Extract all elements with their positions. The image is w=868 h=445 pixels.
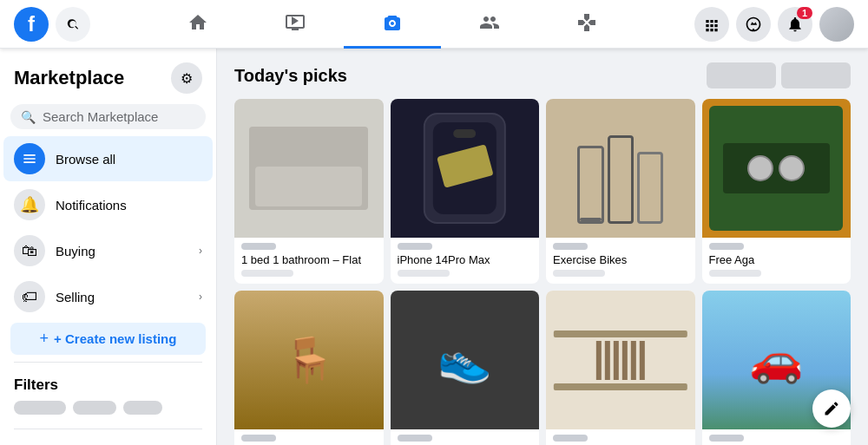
create-listing-button[interactable]: + + Create new listing xyxy=(10,323,206,355)
product-info-chair: Wicker Chair xyxy=(234,429,384,445)
notifications-label: Notifications xyxy=(56,198,202,213)
settings-button[interactable]: ⚙ xyxy=(171,62,202,94)
product-name-aga: Free Aga xyxy=(709,253,845,266)
product-info-aga: Free Aga xyxy=(702,238,852,284)
nav-marketplace[interactable] xyxy=(344,0,441,49)
apps-button[interactable] xyxy=(694,7,729,42)
compose-button[interactable] xyxy=(812,389,851,428)
product-card-chair[interactable]: 🪑 Wicker Chair xyxy=(234,291,384,445)
blurred-btn-1[interactable] xyxy=(707,62,776,88)
search-icon: 🔍 xyxy=(21,110,36,124)
sidebar-item-buying[interactable]: 🛍 Buying › xyxy=(3,228,213,273)
sidebar-item-browse-all[interactable]: Browse all xyxy=(3,136,213,181)
product-grid-row2: 🪑 Wicker Chair 👟 Dark Shoes xyxy=(234,291,851,445)
product-card-flat[interactable]: 1 bed 1 bathroom – Flat xyxy=(234,99,384,284)
product-info-bedframe: Bed Frame xyxy=(546,429,695,445)
sidebar-title: Marketplace xyxy=(14,67,124,89)
price-placeholder xyxy=(241,435,276,442)
product-name-bikes: Exercise Bikes xyxy=(553,253,688,266)
nav-gaming[interactable] xyxy=(538,0,635,49)
product-info-shoes: Dark Shoes xyxy=(391,429,540,445)
selling-label: Selling xyxy=(56,290,188,304)
nav-left: f xyxy=(14,7,90,42)
categories-label: Categories xyxy=(0,436,216,445)
sidebar: Marketplace ⚙ 🔍 Browse all 🔔 Notificatio… xyxy=(0,49,217,445)
see-all-area xyxy=(707,62,851,88)
facebook-logo[interactable]: f xyxy=(14,7,49,42)
product-card-iphone[interactable]: iPhone 14Pro Max xyxy=(391,99,540,284)
price-placeholder xyxy=(553,435,588,442)
location-placeholder xyxy=(709,270,761,277)
product-info-car: White Convertible xyxy=(702,429,852,445)
browse-all-label: Browse all xyxy=(56,152,202,167)
filter-chip-1[interactable] xyxy=(14,401,66,415)
price-placeholder xyxy=(553,243,588,250)
product-card-bikes[interactable]: Exercise Bikes xyxy=(546,99,695,284)
product-name-iphone: iPhone 14Pro Max xyxy=(398,253,533,266)
product-grid-row1: 1 bed 1 bathroom – Flat iPhone 1 xyxy=(234,99,851,284)
user-avatar[interactable] xyxy=(819,7,854,42)
product-info-flat: 1 bed 1 bathroom – Flat xyxy=(234,238,384,284)
create-listing-icon: + xyxy=(40,330,49,348)
selling-chevron-icon: › xyxy=(199,291,202,303)
search-bar[interactable]: 🔍 xyxy=(10,104,206,129)
nav-groups[interactable] xyxy=(441,0,538,49)
price-placeholder xyxy=(709,243,744,250)
section-title: Today's picks xyxy=(234,66,347,86)
sidebar-item-notifications[interactable]: 🔔 Notifications xyxy=(3,182,213,227)
search-button[interactable] xyxy=(56,7,90,42)
divider-2 xyxy=(14,429,202,429)
sidebar-item-selling[interactable]: 🏷 Selling › xyxy=(3,274,213,319)
filters-row xyxy=(0,397,216,422)
location-placeholder xyxy=(398,270,450,277)
product-info-bikes: Exercise Bikes xyxy=(546,238,695,284)
product-name-flat: 1 bed 1 bathroom – Flat xyxy=(241,253,377,266)
selling-icon: 🏷 xyxy=(14,281,45,312)
product-card-bedframe[interactable]: Bed Frame xyxy=(546,291,695,445)
create-listing-label: + Create new listing xyxy=(54,331,176,346)
location-placeholder xyxy=(553,270,605,277)
nav-center xyxy=(149,0,635,49)
main-layout: Marketplace ⚙ 🔍 Browse all 🔔 Notificatio… xyxy=(0,49,868,445)
main-content: Today's picks 1 bed 1 bath xyxy=(217,49,868,445)
notification-badge: 1 xyxy=(797,7,812,19)
messenger-button[interactable] xyxy=(736,7,771,42)
price-placeholder xyxy=(709,435,744,442)
divider-1 xyxy=(14,362,202,363)
sidebar-title-row: Marketplace ⚙ xyxy=(0,56,216,101)
price-placeholder xyxy=(241,243,276,250)
browse-all-icon xyxy=(14,143,45,174)
buying-icon: 🛍 xyxy=(14,235,45,266)
nav-video[interactable] xyxy=(247,0,344,49)
product-card-aga[interactable]: Free Aga xyxy=(702,99,852,284)
price-placeholder xyxy=(398,243,432,250)
filter-chip-2[interactable] xyxy=(73,401,116,415)
nav-right: 1 xyxy=(694,7,854,42)
filter-chip-3[interactable] xyxy=(123,401,162,415)
price-placeholder xyxy=(398,435,432,442)
filters-label: Filters xyxy=(0,370,216,397)
top-navigation: f 1 xyxy=(0,0,868,49)
buying-chevron-icon: › xyxy=(199,245,202,257)
location-placeholder xyxy=(241,270,293,277)
nav-home[interactable] xyxy=(149,0,247,49)
blurred-btn-2[interactable] xyxy=(781,62,851,88)
notifications-icon: 🔔 xyxy=(14,189,45,220)
section-header: Today's picks xyxy=(234,62,851,88)
search-input[interactable] xyxy=(43,109,195,124)
product-info-iphone: iPhone 14Pro Max xyxy=(391,238,540,284)
notifications-button[interactable]: 1 xyxy=(778,7,812,42)
product-card-shoes[interactable]: 👟 Dark Shoes xyxy=(391,291,540,445)
buying-label: Buying xyxy=(56,244,188,258)
